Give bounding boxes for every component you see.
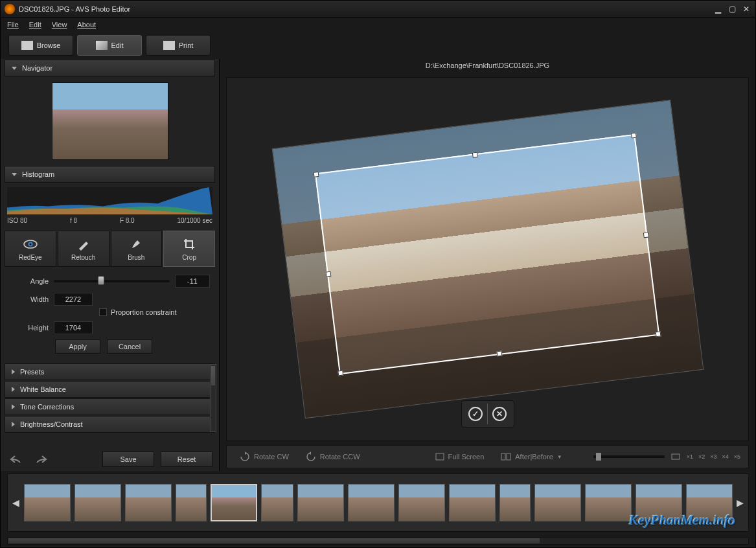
zoom-x5[interactable]: ×5: [734, 453, 740, 460]
minimize-button[interactable]: ▁: [713, 5, 723, 14]
save-button[interactable]: Save: [102, 451, 154, 467]
height-input[interactable]: [54, 321, 93, 334]
thumbnail-12[interactable]: [534, 484, 581, 521]
svg-rect-4: [501, 453, 505, 460]
crop-frame[interactable]: [314, 134, 659, 374]
fullscreen-button[interactable]: Full Screen: [430, 450, 490, 463]
crop-handle-br[interactable]: [655, 331, 661, 337]
menu-view[interactable]: View: [52, 21, 67, 29]
mode-browse-button[interactable]: Browse: [8, 35, 73, 56]
zoom-slider[interactable]: [593, 455, 665, 458]
angle-value[interactable]: -11: [175, 275, 210, 288]
thumbnail-10[interactable]: [449, 484, 496, 521]
chevron-down-icon: [12, 173, 17, 176]
crop-handle-bl[interactable]: [338, 371, 343, 376]
crop-handle-r[interactable]: [643, 232, 648, 238]
canvas[interactable]: ✓ ✕: [226, 77, 749, 441]
angle-slider[interactable]: [54, 280, 170, 282]
proportion-checkbox[interactable]: [99, 308, 107, 316]
menu-file[interactable]: File: [7, 21, 19, 29]
zoom-x4[interactable]: ×4: [722, 453, 728, 460]
after-before-button[interactable]: After|Before ▼: [496, 450, 567, 463]
tool-crop[interactable]: Crop: [163, 231, 215, 267]
navigator-header[interactable]: Navigator: [5, 60, 215, 76]
svg-rect-3: [436, 453, 444, 460]
width-label: Width: [10, 295, 49, 303]
crop-handle-tr[interactable]: [630, 133, 636, 139]
navigator-body: [1, 77, 219, 165]
horizontal-scrollbar[interactable]: [7, 537, 749, 545]
thumbnail-2[interactable]: [74, 484, 121, 521]
close-button[interactable]: ✕: [741, 5, 751, 14]
thumbnail-15[interactable]: [686, 484, 733, 521]
crop-handle-b[interactable]: [496, 350, 502, 356]
retouch-icon: [76, 237, 91, 251]
sidebar-scrollbar[interactable]: [210, 364, 216, 432]
menu-edit[interactable]: Edit: [29, 21, 41, 29]
maximize-button[interactable]: ▢: [727, 5, 737, 14]
thumbnail-5[interactable]: [211, 484, 257, 521]
mode-browse-label: Browse: [37, 41, 61, 49]
rotate-cw-button[interactable]: Rotate CW: [235, 449, 294, 464]
thumbnail-13[interactable]: [585, 484, 632, 521]
tools-row: RedEye Retouch Brush Crop: [1, 228, 219, 269]
crop-handle-l[interactable]: [325, 271, 331, 277]
tone-label: Tone Corrections: [20, 403, 74, 411]
crop-icon: [182, 237, 196, 251]
menubar: File Edit View About: [1, 17, 755, 32]
chevron-right-icon: [12, 387, 15, 392]
thumbnail-4[interactable]: [176, 484, 207, 521]
brightness-header[interactable]: Brightness/Contrast: [5, 416, 215, 433]
tool-redeye[interactable]: RedEye: [5, 231, 56, 267]
presets-header[interactable]: Presets: [5, 363, 215, 380]
histogram-header[interactable]: Histogram: [5, 166, 215, 183]
brush-icon: [129, 237, 143, 251]
undo-button[interactable]: [7, 452, 25, 466]
content-area: Navigator Histogram ISO 80: [1, 59, 755, 471]
app-icon: [5, 4, 15, 14]
angle-label: Angle: [10, 277, 49, 285]
thumbnail-11[interactable]: [499, 484, 531, 521]
svg-rect-5: [507, 453, 510, 460]
iso-label: ISO 80: [7, 217, 27, 224]
zoom-x3[interactable]: ×3: [710, 453, 716, 460]
tool-retouch-label: Retouch: [71, 254, 95, 261]
thumbnail-1[interactable]: [24, 484, 71, 521]
white-balance-header[interactable]: White Balance: [5, 381, 215, 398]
thumbnail-14[interactable]: [636, 484, 682, 521]
redo-button[interactable]: [32, 452, 50, 466]
mode-print-button[interactable]: Print: [146, 35, 211, 56]
crop-handle-tl[interactable]: [313, 172, 319, 177]
confirm-cancel-button[interactable]: ✕: [488, 404, 511, 424]
apply-button[interactable]: Apply: [55, 339, 100, 354]
confirm-ok-button[interactable]: ✓: [464, 404, 488, 424]
dropdown-icon: ▼: [557, 454, 562, 460]
fit-icon[interactable]: [671, 453, 680, 460]
eye-icon: [23, 237, 38, 251]
cancel-button[interactable]: Cancel: [107, 339, 152, 354]
reset-button[interactable]: Reset: [161, 451, 212, 467]
rotate-ccw-button[interactable]: Rotate CCW: [301, 449, 365, 464]
svg-rect-6: [672, 454, 680, 459]
tool-brush[interactable]: Brush: [111, 231, 163, 267]
thumbnail-9[interactable]: [398, 484, 445, 521]
width-input[interactable]: [54, 293, 93, 306]
zoom-x1[interactable]: ×1: [687, 453, 693, 460]
mode-edit-button[interactable]: Edit: [77, 35, 142, 56]
mode-edit-label: Edit: [111, 41, 124, 49]
tone-header[interactable]: Tone Corrections: [5, 398, 215, 415]
canvas-toolbar: Rotate CW Rotate CCW Full Screen After|B…: [226, 445, 749, 468]
zoom-x2[interactable]: ×2: [698, 453, 705, 460]
navigator-thumbnail[interactable]: [52, 82, 168, 160]
filmstrip-next[interactable]: ▶: [737, 497, 745, 508]
crop-handle-t[interactable]: [472, 152, 477, 158]
filmstrip-prev[interactable]: ◀: [12, 497, 20, 508]
thumbnail-3[interactable]: [125, 484, 172, 521]
tool-crop-label: Crop: [182, 254, 196, 261]
photo-image[interactable]: [271, 100, 704, 418]
thumbnail-6[interactable]: [261, 484, 293, 521]
tool-retouch[interactable]: Retouch: [58, 231, 109, 267]
thumbnail-7[interactable]: [297, 484, 344, 521]
thumbnail-8[interactable]: [348, 484, 395, 521]
menu-about[interactable]: About: [77, 21, 96, 29]
